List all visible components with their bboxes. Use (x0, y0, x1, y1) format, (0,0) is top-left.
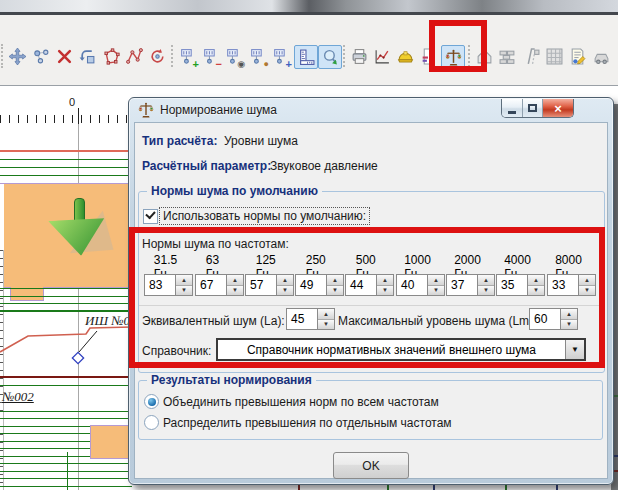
spinner-down[interactable]: ▼ (528, 286, 544, 296)
freq-spinner[interactable]: 40▲▼ (396, 274, 445, 296)
polyline-icon[interactable] (123, 45, 145, 67)
spinner-value[interactable]: 67 (195, 274, 226, 296)
freq-spinner[interactable]: 57▲▼ (245, 274, 294, 296)
directory-combobox[interactable]: Справочник нормативных значений внешнего… (216, 338, 586, 361)
spinner-up[interactable]: ▲ (478, 275, 494, 286)
freq-column: 1000 Гц 40▲▼ (396, 253, 439, 299)
results-group: Результаты нормирования (138, 380, 603, 440)
toolbar-separator (343, 45, 346, 67)
spinner-down[interactable]: ▼ (561, 320, 577, 330)
spinner-value[interactable]: 45 (286, 308, 317, 330)
spinner-up[interactable]: ▲ (377, 275, 393, 286)
freq-column: 31.5 Гц 83▲▼ (144, 253, 187, 299)
dialog-client-area: Тип расчёта: Уровни шума Расчётный парам… (134, 122, 608, 479)
spinner-down[interactable]: ▼ (579, 286, 595, 296)
remove-point-icon[interactable]: − (199, 45, 221, 67)
distribute-exceedances-label[interactable]: Распределить превышения по отдельным час… (163, 416, 452, 430)
wall-icon[interactable] (496, 45, 518, 67)
spinner-up[interactable]: ▲ (318, 309, 334, 320)
receiver-label: №002 (2, 389, 34, 405)
road-icon[interactable] (520, 45, 542, 67)
spinner-down[interactable]: ▼ (227, 286, 243, 296)
spinner-value[interactable]: 37 (446, 274, 477, 296)
spinner-up[interactable]: ▲ (176, 275, 192, 286)
nodes-icon[interactable] (30, 45, 52, 67)
spinner-up[interactable]: ▲ (561, 309, 577, 320)
helmet-icon[interactable] (394, 45, 416, 67)
minimize-icon (508, 111, 516, 114)
use-default-norms-label[interactable]: Использовать нормы по умолчанию: (160, 208, 369, 224)
freq-spinner[interactable]: 33▲▼ (547, 274, 596, 296)
add-point-icon[interactable]: + (176, 45, 198, 67)
equivalent-noise-spinner[interactable]: 45▲▼ (286, 308, 335, 330)
spinner-up[interactable]: ▲ (227, 275, 243, 286)
view-point-icon[interactable]: ◉ (222, 45, 244, 67)
spinner-down[interactable]: ▼ (277, 286, 293, 296)
divider (139, 305, 601, 306)
spinner-up[interactable]: ▲ (528, 275, 544, 286)
spinner-down[interactable]: ▼ (327, 286, 343, 296)
car-icon[interactable] (590, 45, 612, 67)
ok-button[interactable]: OK (333, 452, 409, 479)
directory-value: Справочник нормативных значений внешнего… (218, 340, 565, 359)
arrow-into-box-icon[interactable] (76, 45, 98, 67)
calc-param-label: Расчётный параметр: (142, 159, 271, 173)
document-edit-icon[interactable] (566, 45, 588, 67)
calc-type-label: Тип расчёта: (142, 134, 217, 148)
spinner-up[interactable]: ▲ (277, 275, 293, 286)
spinner-down[interactable]: ▼ (176, 286, 192, 296)
spinner-value[interactable]: 60 (529, 308, 560, 330)
point-select-icon[interactable]: ● (246, 45, 268, 67)
spinner-value[interactable]: 35 (496, 274, 527, 296)
freq-norms-label: Нормы шума по частотам: (142, 237, 289, 251)
spinner-down[interactable]: ▼ (377, 286, 393, 296)
spinner-down[interactable]: ▼ (318, 320, 334, 330)
distribute-exceedances-radio[interactable] (144, 415, 159, 430)
polygon-icon[interactable] (100, 45, 122, 67)
spinner-down[interactable]: ▼ (478, 286, 494, 296)
grid-icon[interactable] (543, 45, 565, 67)
freq-spinner[interactable]: 49▲▼ (295, 274, 344, 296)
rotate-shape-icon[interactable] (146, 45, 168, 67)
default-norms-group-title: Нормы шума по умолчанию (147, 184, 322, 198)
maximize-icon (528, 104, 537, 112)
freq-spinner[interactable]: 67▲▼ (195, 274, 244, 296)
spinner-value[interactable]: 57 (245, 274, 276, 296)
spinner-value[interactable]: 83 (144, 274, 175, 296)
spinner-value[interactable]: 33 (547, 274, 578, 296)
spinner-down[interactable]: ▼ (428, 286, 444, 296)
spinner-up[interactable]: ▲ (428, 275, 444, 286)
close-button[interactable]: × (542, 99, 573, 117)
noise-normalization-dialog: Нормирование шума × Тип расчёта: Уровни … (128, 97, 614, 485)
freq-spinner[interactable]: 44▲▼ (345, 274, 394, 296)
spinner-up[interactable]: ▲ (579, 275, 595, 286)
use-default-norms-checkbox[interactable] (143, 209, 158, 224)
print-icon[interactable] (348, 45, 370, 67)
chevron-down-icon: ▼ (571, 345, 579, 354)
delete-icon[interactable] (53, 45, 75, 67)
maximize-button[interactable] (522, 99, 542, 117)
max-level-spinner[interactable]: 60▲▼ (529, 308, 578, 330)
combine-exceedances-label[interactable]: Объединить превышения норм по всем часто… (163, 395, 439, 409)
combobox-dropdown-button[interactable]: ▼ (565, 340, 584, 359)
scales-icon (138, 102, 154, 118)
spinner-value[interactable]: 40 (396, 274, 427, 296)
ruler-icon[interactable] (294, 45, 318, 69)
freq-spinner[interactable]: 37▲▼ (446, 274, 495, 296)
spinner-value[interactable]: 44 (345, 274, 376, 296)
minimize-button[interactable] (502, 99, 522, 117)
zoom-icon[interactable] (318, 45, 342, 69)
close-icon: × (554, 102, 562, 115)
toolbar-separator (171, 45, 174, 67)
toolbar-grip[interactable] (1, 44, 5, 68)
move-point-icon[interactable]: + (269, 45, 291, 67)
calc-type-value: Уровни шума (224, 134, 298, 148)
spinner-value[interactable]: 49 (295, 274, 326, 296)
freq-spinner[interactable]: 35▲▼ (496, 274, 545, 296)
move-icon[interactable] (6, 45, 28, 67)
combine-exceedances-radio[interactable] (144, 394, 159, 409)
spinner-up[interactable]: ▲ (327, 275, 343, 286)
freq-spinner[interactable]: 83▲▼ (144, 274, 193, 296)
chart-icon[interactable] (371, 45, 393, 67)
check-icon (145, 209, 155, 220)
